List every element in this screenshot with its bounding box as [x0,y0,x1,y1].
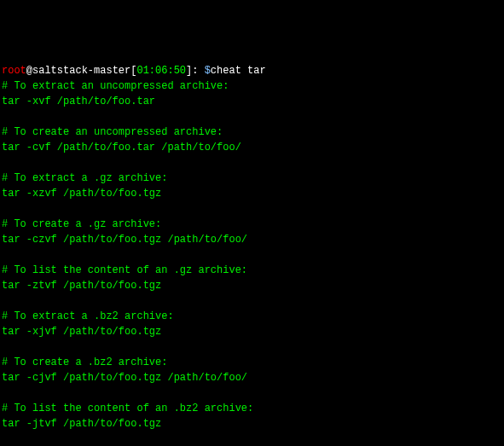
command-line: tar -xvf /path/to/foo.tar [2,94,502,109]
command-line: tar -jtvf /path/to/foo.tgz [2,416,502,432]
comment-line: # To list the content of an .bz2 archive… [2,401,502,416]
blank-line [2,201,502,217]
prompt-at: @ [26,65,32,77]
comment-line: # To create an uncompressed archive: [2,125,502,140]
typed-command: cheat tar [211,65,266,77]
blank-line [2,339,502,355]
prompt-time: 01:06:50 [136,65,186,77]
comment-line: # To create a .gz archive: [2,217,502,232]
command-line: tar -cvf /path/to/foo.tar /path/to/foo/ [2,140,502,155]
comment-line: # To extract a .gz archive: [2,171,502,186]
command-line: tar -xjvf /path/to/foo.tgz [2,324,502,339]
comment-line: # To create a .bz2 archive: [2,355,502,370]
blank-line [2,385,502,401]
command-line: tar -ztvf /path/to/foo.tgz [2,278,502,293]
output-lines: # To extract an uncompressed archive:tar… [2,78,502,446]
blank-line [2,247,502,263]
terminal-output: root@saltstack-master[01:06:50]: $cheat … [2,63,502,446]
blank-line [2,109,502,125]
prompt-dollar: $ [205,65,211,77]
comment-line: # To list the content of an .gz archive: [2,263,502,278]
blank-line [2,432,502,446]
command-line: tar -czvf /path/to/foo.tgz /path/to/foo/ [2,232,502,247]
comment-line: # To extract a .bz2 archive: [2,309,502,324]
prompt-user: root [2,65,26,77]
prompt-host: saltstack-master [32,65,130,77]
command-line: tar -cjvf /path/to/foo.tgz /path/to/foo/ [2,370,502,385]
command-line: tar -xzvf /path/to/foo.tgz [2,186,502,201]
comment-line: # To extract an uncompressed archive: [2,78,502,94]
prompt-line[interactable]: root@saltstack-master[01:06:50]: $cheat … [2,65,266,77]
time-bracket-close: ]: [186,65,198,77]
blank-line [2,155,502,171]
blank-line [2,293,502,309]
